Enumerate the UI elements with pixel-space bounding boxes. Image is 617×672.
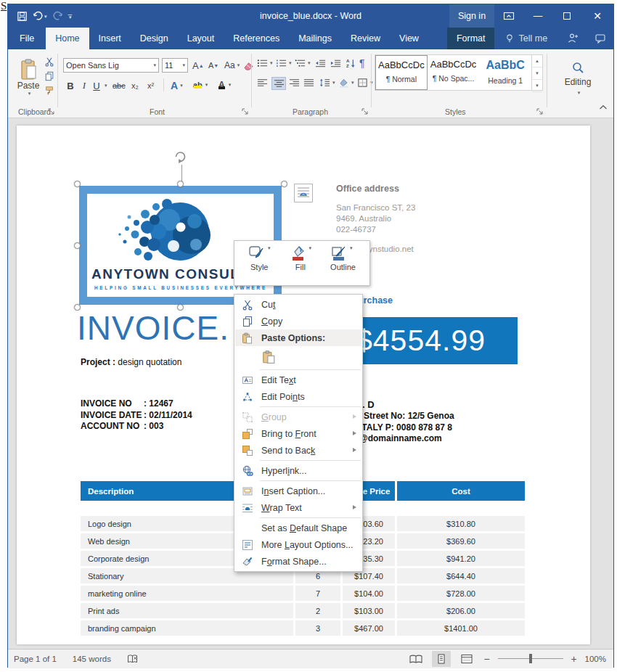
menu-item-cut[interactable]: Cut bbox=[235, 296, 361, 313]
tab-file[interactable]: File bbox=[8, 28, 46, 49]
justify-button[interactable] bbox=[303, 78, 314, 87]
menu-item-edit-text[interactable]: Edit Text bbox=[235, 372, 361, 388]
web-layout-icon[interactable] bbox=[457, 651, 476, 667]
editing-group-button[interactable]: Editing ▾ bbox=[554, 55, 602, 102]
font-dialog-launcher-icon[interactable] bbox=[242, 108, 249, 115]
tell-me-box[interactable]: Tell me bbox=[504, 28, 547, 49]
minimize-button[interactable]: — bbox=[523, 4, 552, 28]
font-color-button[interactable]: A▾ bbox=[217, 77, 231, 93]
styles-scroll-up-icon[interactable]: ▲ bbox=[532, 55, 542, 67]
strikethrough-button[interactable]: abc bbox=[113, 78, 126, 93]
style-no-spacing[interactable]: AaBbCcDc ¶ No Spac... bbox=[428, 55, 480, 90]
menu-item-wrap-text[interactable]: Wrap Text bbox=[235, 499, 361, 516]
shape-fill-button[interactable]: ▾ Fill bbox=[290, 245, 312, 285]
menu-item-format-shape[interactable]: Format Shape... bbox=[235, 553, 361, 570]
zoom-slider-thumb[interactable] bbox=[529, 654, 532, 663]
tab-design[interactable]: Design bbox=[131, 28, 178, 49]
shape-outline-button[interactable]: ▾ Outline bbox=[330, 245, 356, 285]
menu-item-insert-caption[interactable]: Insert Caption... bbox=[235, 483, 361, 499]
menu-item-set-as-default-shape[interactable]: Set as Default Shape bbox=[235, 520, 361, 536]
tab-references[interactable]: References bbox=[224, 28, 289, 49]
tab-home[interactable]: Home bbox=[46, 28, 89, 49]
clear-formatting-button[interactable] bbox=[243, 58, 254, 73]
paste-button[interactable]: Paste ▾ bbox=[14, 55, 43, 100]
maximize-button[interactable] bbox=[552, 4, 581, 28]
sign-in-button[interactable]: Sign in bbox=[449, 4, 494, 28]
bold-button[interactable]: B bbox=[65, 78, 76, 93]
increase-indent-button[interactable] bbox=[330, 59, 341, 67]
clipboard-dialog-launcher-icon[interactable] bbox=[48, 108, 55, 115]
bullets-button[interactable]: ▾ bbox=[257, 59, 273, 67]
paragraph-dialog-launcher-icon[interactable] bbox=[361, 108, 369, 115]
align-left-button[interactable] bbox=[257, 78, 268, 87]
rotate-handle-icon[interactable] bbox=[172, 149, 188, 165]
submenu-arrow-icon bbox=[353, 448, 356, 452]
font-size-combobox[interactable]: 11▾ bbox=[162, 58, 188, 73]
menu-item-edit-points[interactable]: Edit Points bbox=[235, 388, 361, 405]
change-case-button[interactable]: Aa▾ bbox=[224, 58, 240, 73]
text-highlight-button[interactable]: ab▾ bbox=[192, 77, 208, 93]
grow-font-button[interactable]: A▲ bbox=[192, 58, 204, 73]
zoom-level[interactable]: 100% bbox=[585, 655, 606, 663]
menu-item-hyperlink[interactable]: Hyperlink... bbox=[235, 462, 361, 479]
tab-layout[interactable]: Layout bbox=[178, 28, 224, 49]
share-person-icon[interactable] bbox=[567, 33, 579, 44]
group-icon bbox=[242, 411, 253, 423]
style-heading-1[interactable]: AaBbC Heading 1 bbox=[479, 55, 531, 90]
tab-view[interactable]: View bbox=[390, 28, 428, 49]
cut-button[interactable] bbox=[44, 57, 54, 67]
selection-handle-middle-left[interactable] bbox=[74, 242, 81, 249]
multilevel-list-button[interactable]: ▾ bbox=[295, 59, 311, 67]
tab-review[interactable]: Review bbox=[341, 28, 390, 49]
selection-handle-top-center[interactable] bbox=[177, 181, 184, 187]
zoom-in-button[interactable]: + bbox=[570, 653, 579, 665]
collapse-ribbon-icon[interactable] bbox=[599, 105, 608, 110]
shading-button[interactable]: ▾ bbox=[338, 78, 354, 88]
word-count[interactable]: 145 words bbox=[73, 655, 111, 663]
subscript-button[interactable]: x₂ bbox=[131, 78, 139, 93]
sort-button[interactable] bbox=[346, 58, 356, 68]
line-spacing-button[interactable]: ▾ bbox=[319, 78, 335, 87]
menu-item-send-to-back[interactable]: Send to Back bbox=[235, 442, 361, 459]
menu-item-copy[interactable]: Copy bbox=[235, 313, 361, 329]
underline-button[interactable]: U bbox=[91, 78, 102, 93]
print-layout-icon[interactable] bbox=[432, 651, 451, 667]
zoom-slider[interactable] bbox=[498, 651, 563, 667]
selection-handle-top-left[interactable] bbox=[74, 181, 81, 187]
copy-button[interactable] bbox=[44, 71, 54, 81]
paste-keep-source-formatting-button[interactable] bbox=[235, 346, 361, 368]
tab-mailings[interactable]: Mailings bbox=[289, 28, 341, 49]
menu-item-bring-to-front[interactable]: Bring to Front bbox=[235, 425, 361, 442]
lightbulb-icon bbox=[504, 33, 515, 44]
tab-insert[interactable]: Insert bbox=[89, 28, 131, 49]
comments-icon[interactable] bbox=[594, 33, 606, 44]
numbering-button[interactable]: ▾ bbox=[276, 59, 292, 67]
superscript-button[interactable]: x² bbox=[147, 78, 154, 93]
italic-button[interactable]: I bbox=[79, 78, 89, 93]
zoom-out-button[interactable]: − bbox=[483, 653, 491, 665]
styles-scroll-down-icon[interactable]: ▼ bbox=[532, 67, 542, 80]
styles-more-icon[interactable]: ▼ bbox=[532, 80, 542, 92]
tab-format[interactable]: Format bbox=[447, 28, 495, 49]
menu-separator bbox=[260, 369, 361, 370]
align-center-button[interactable] bbox=[271, 77, 286, 90]
styles-dialog-launcher-icon[interactable] bbox=[536, 108, 544, 115]
font-name-combobox[interactable]: Open Sans Lig▾ bbox=[63, 58, 159, 73]
show-paragraph-marks-button[interactable]: ¶ bbox=[359, 57, 365, 69]
style-normal[interactable]: AaBbCcDc ¶ Normal bbox=[375, 55, 428, 90]
page-indicator[interactable]: Page 1 of 1 bbox=[14, 655, 57, 663]
text-effects-button[interactable]: A▾ bbox=[171, 78, 183, 93]
align-right-button[interactable] bbox=[289, 78, 300, 87]
proofing-errors-icon[interactable] bbox=[127, 654, 139, 664]
shape-style-button[interactable]: ▾ Style bbox=[248, 245, 271, 285]
layout-options-button[interactable] bbox=[294, 184, 313, 202]
shrink-font-button[interactable]: A▼ bbox=[208, 58, 218, 73]
underline-dropdown-icon[interactable]: ▾ bbox=[102, 78, 107, 93]
decrease-indent-button[interactable] bbox=[315, 59, 326, 67]
selection-handle-top-right[interactable] bbox=[281, 181, 287, 187]
format-painter-button[interactable] bbox=[44, 86, 54, 96]
read-mode-icon[interactable] bbox=[406, 651, 425, 667]
close-button[interactable]: ✕ bbox=[581, 4, 613, 28]
ribbon-display-options-icon[interactable] bbox=[494, 4, 523, 28]
menu-item-more-layout-options[interactable]: More Layout Options... bbox=[235, 536, 361, 553]
